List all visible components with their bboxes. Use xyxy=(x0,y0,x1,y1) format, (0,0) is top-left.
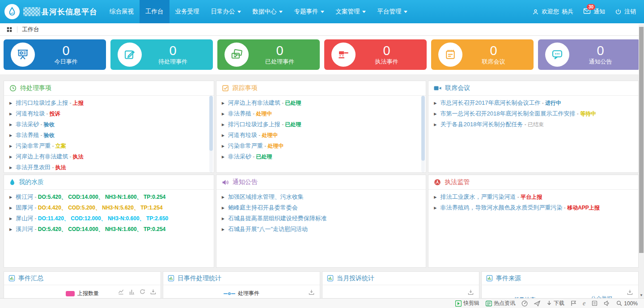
list-item[interactable]: ▶石城县开展"八一"走访慰问活动 xyxy=(222,224,420,235)
refresh-icon[interactable] xyxy=(140,289,145,295)
ie-mode-button[interactable]: e xyxy=(583,300,585,307)
item-separator: - xyxy=(523,121,528,128)
scrollbar-thumb[interactable] xyxy=(639,27,644,253)
legend-processed-events[interactable]: 处理事件 xyxy=(163,290,320,297)
notification-button[interactable]: 30 通知 xyxy=(583,8,605,16)
chart-title: 事件来源 xyxy=(496,274,521,282)
redacted-county-name xyxy=(23,7,40,16)
item-text: 污染非常严重 xyxy=(16,142,51,149)
list-item[interactable]: ▶河道有垃圾 - 投诉 xyxy=(9,108,208,119)
list-item[interactable]: ▶排污口垃圾过多上报 - 上报 xyxy=(9,98,208,108)
quick-clip-button[interactable]: 快剪辑 xyxy=(455,299,479,307)
item-status: 投诉 xyxy=(50,111,60,117)
grid-icon[interactable] xyxy=(6,26,13,33)
menu-item-special-events[interactable]: 专题事件 xyxy=(288,0,330,23)
stat-card-pending-events[interactable]: 0 待处理事件 xyxy=(110,39,213,70)
browser-scrollbar[interactable]: ▼ xyxy=(639,24,644,298)
item-text: 屏山河 xyxy=(16,215,33,222)
logout-button[interactable]: 注销 xyxy=(615,8,636,16)
presentation-icon xyxy=(11,43,35,67)
item-text: 非法采砂 xyxy=(16,121,39,128)
panel-title: 联席会议 xyxy=(445,84,470,92)
item-text: 固厚河 xyxy=(16,204,33,211)
list-item[interactable]: ▶石城县提高基层组织建设经费保障标准 xyxy=(222,213,420,224)
list-item[interactable]: ▶市第一总河长召开2018年底河长制全面展示工作安排 - 等待中 xyxy=(434,108,632,119)
list-item[interactable]: ▶非法养殖鸡，导致河水颜色及水质受到严重污染 - 移动APP上报 xyxy=(434,202,632,213)
stat-value: 0 xyxy=(462,44,525,57)
water-drop-logo-icon xyxy=(7,6,17,17)
list-item[interactable]: ▶市总河长召开2017年底河长制会议工作 - 进行中 xyxy=(434,98,632,108)
menu-item-business[interactable]: 业务受理 xyxy=(169,0,205,23)
bar-chart-tool-icon[interactable] xyxy=(129,289,135,295)
chevron-down-icon xyxy=(362,11,366,13)
mute-button[interactable] xyxy=(604,300,610,306)
download-manager-button[interactable]: 下载 xyxy=(547,299,564,307)
reader-mode-button[interactable] xyxy=(592,300,597,306)
item-separator: - xyxy=(68,154,73,160)
list-item[interactable]: ▶非法养殖 - 处理中 xyxy=(222,108,420,119)
enforcement-badge-icon xyxy=(434,179,441,186)
list-item[interactable]: ▶河岸边上有非法建筑 - 已处理 xyxy=(222,98,420,108)
stat-card-processed-events[interactable]: 0 已处理事件 xyxy=(217,39,320,70)
download-icon[interactable] xyxy=(627,289,633,297)
zoom-control[interactable]: 100% xyxy=(616,300,638,307)
list-item[interactable]: ▶屏山河 - DO:11.420、 COD:12.000、 NH3-N:0.60… xyxy=(9,213,208,224)
download-icon[interactable] xyxy=(150,289,156,295)
item-status: 处理中 xyxy=(256,111,272,117)
report-flag-button[interactable] xyxy=(571,300,576,306)
item-status: 等待中 xyxy=(580,111,596,117)
menu-item-document-mgmt[interactable]: 文案管理 xyxy=(330,0,372,23)
menu-item-daily-office[interactable]: 日常办公 xyxy=(205,0,247,23)
stat-card-enforcement-events[interactable]: 0 执法事件 xyxy=(324,39,427,70)
speaker-icon xyxy=(222,179,229,186)
item-text: 溪川河 xyxy=(16,226,33,232)
list-item[interactable]: ▶溪川河 - DO:5.420、 COD:14.000、 NH3-N:1.600… xyxy=(9,224,208,235)
download-icon[interactable] xyxy=(468,289,474,297)
item-text: 排污口垃圾过多上报 xyxy=(16,99,68,106)
pin-extension-button[interactable] xyxy=(534,300,540,307)
list-item[interactable]: ▶排法工业废水，严重污染河道 - 平台上报 xyxy=(434,192,632,202)
menu-item-overview[interactable]: 综合展视 xyxy=(104,0,140,23)
stat-card-notices[interactable]: 0 通知公告 xyxy=(538,39,640,70)
scrollbar-down-arrow[interactable]: ▼ xyxy=(639,293,644,297)
list-item[interactable]: ▶横江河 - DO:5.420、 COD:14.000、 NH3-N:1.600… xyxy=(9,192,208,202)
notification-count-badge: 30 xyxy=(587,4,595,10)
speed-mode-button[interactable] xyxy=(521,300,528,307)
list-item[interactable]: ▶河道有垃圾 - 处理中 xyxy=(222,130,420,141)
menu-item-workbench[interactable]: 工作台 xyxy=(140,0,169,23)
item-text: 石城县提高基层组织建设经费保障标准 xyxy=(228,215,327,222)
stat-card-today-events[interactable]: 0 今日事件 xyxy=(4,39,106,70)
caret-right-icon: ▶ xyxy=(9,123,12,127)
list-item[interactable]: ▶污染非常严重 - 立案 xyxy=(9,141,208,151)
quick-clip-icon xyxy=(455,300,462,307)
caret-right-icon: ▶ xyxy=(434,101,436,105)
caret-right-icon: ▶ xyxy=(9,206,12,210)
menu-item-data-center[interactable]: 数据中心 xyxy=(247,0,288,23)
list-item[interactable]: ▶鲍峰庭主持召开县委常委会 xyxy=(222,202,420,213)
panel-scrollbar[interactable] xyxy=(209,96,213,172)
user-welcome[interactable]: 欢迎您杨兵 xyxy=(532,8,573,16)
panel-scrollbar[interactable] xyxy=(421,96,425,172)
item-text: 排法工业废水，严重污染河道 xyxy=(440,193,516,200)
caret-right-icon: ▶ xyxy=(222,133,225,137)
item-text: 市第一总河长召开2018年底河长制全面展示工作安排 xyxy=(440,110,575,117)
download-icon[interactable] xyxy=(309,289,314,297)
list-item[interactable]: ▶加强区域排水管理、污水收集 xyxy=(222,192,420,202)
list-item[interactable]: ▶非法开垦农田 - 执法 xyxy=(9,162,208,172)
list-item[interactable]: ▶非法采砂 - 已处理 xyxy=(222,151,420,162)
item-text: 非法开垦农田 xyxy=(16,164,51,171)
list-item[interactable]: ▶非法采砂 - 验收 xyxy=(9,119,208,130)
line-chart-tool-icon[interactable] xyxy=(118,289,124,295)
list-item[interactable]: ▶排污口垃圾过多上报 - 已处理 xyxy=(222,119,420,130)
list-item[interactable]: ▶固厚河 - DO:4.420、 COD:5.200、 NH3-N:5.620、… xyxy=(9,202,208,213)
list-item[interactable]: ▶河岸边上有非法建筑 - 执法 xyxy=(9,151,208,162)
stat-card-joint-meetings[interactable]: 0 联席会议 xyxy=(431,39,534,70)
hot-news-button[interactable]: 热点资讯 xyxy=(486,299,515,307)
list-item[interactable]: ▶污染非常严重 - 处理中 xyxy=(222,141,420,151)
menu-item-platform-mgmt[interactable]: 平台管理 xyxy=(372,0,413,23)
app-title: 县河长信息平台 xyxy=(23,7,97,17)
list-item[interactable]: ▶非法养殖 - 验收 xyxy=(9,130,208,141)
stat-label: 联席会议 xyxy=(462,58,525,66)
chat-bubble-icon xyxy=(545,43,569,67)
list-item[interactable]: ▶关于各县2018年河长制分配任务 - 已结束 xyxy=(434,119,632,130)
